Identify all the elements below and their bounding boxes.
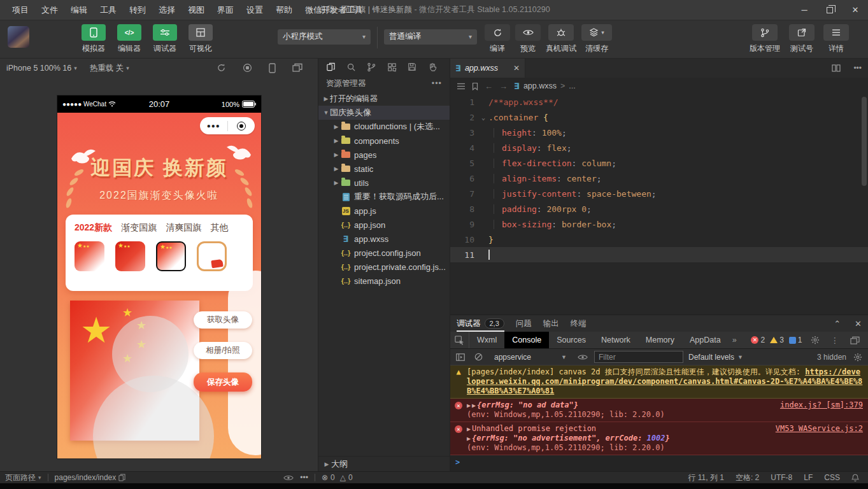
version-control-button[interactable]: 版本管理 [750,24,780,54]
page-path-select[interactable]: 页面路径▾ [5,472,41,483]
tab-terminal[interactable]: 终端 [571,315,587,332]
tree-file-appwxss[interactable]: ∃app.wxss [318,232,450,246]
tree-file-readme[interactable]: 重要！获取源码成功后... [318,190,450,204]
editor-scrollbar[interactable] [862,97,867,186]
problems-indicator[interactable]: ⊗0△0 [322,473,353,482]
git-branch-icon[interactable] [363,60,380,74]
expand-icon[interactable]: ▶ [472,402,476,409]
flag-style-thumb-1[interactable]: ★★★ [75,241,104,271]
tree-file-appjs[interactable]: JSapp.js [318,204,450,218]
menu-interface[interactable]: 界面 [211,2,239,18]
details-button[interactable]: 详情 [823,24,849,54]
back-arrow-icon[interactable]: ← [485,82,493,91]
encoding-setting[interactable]: UTF-8 [771,473,792,482]
editor-more-icon[interactable]: ••• [847,59,868,78]
tree-folder-pages[interactable]: ▶pages [318,148,450,162]
menu-edit[interactable]: 编辑 [65,2,93,18]
hot-reload-toggle[interactable]: 热重载 关▾ [90,63,129,74]
forward-arrow-icon[interactable]: → [499,82,508,91]
more-icon[interactable]: ●●● [200,122,227,129]
console-prompt[interactable]: > [450,455,868,469]
avatar-preview[interactable]: ★ ★ ★ ★ ★ [70,301,199,441]
menu-project[interactable]: 项目 [6,2,34,18]
expand-icon[interactable]: ▶ [467,425,471,432]
tab-sources[interactable]: Sources [549,332,594,348]
error-count-badge[interactable]: ✕2 [751,336,765,344]
cursor-position[interactable]: 行 11, 列 1 [688,472,723,483]
console-filter-input[interactable] [594,351,683,363]
phone-simulator[interactable]: ●●●●● WeChat 20:07 100% ●●● [57,96,261,458]
expand-icon[interactable]: ▶ [467,402,471,409]
path-more-icon[interactable]: ••• [300,473,308,482]
devtools-settings-icon[interactable] [808,336,823,344]
error-source-link[interactable]: index.js? [sm]:379 [780,400,863,420]
close-panel-icon[interactable]: ✕ [855,319,862,329]
more-tabs-icon[interactable]: » [729,336,741,344]
menu-wechat-devtools[interactable]: 微信开发者工具 [299,2,369,18]
fold-icon[interactable]: ⌄ [478,114,488,121]
breadcrumb[interactable]: ∃ app.wxss > ... [514,82,576,91]
collapse-panel-icon[interactable]: ⌃ [834,319,841,329]
tab-wxml[interactable]: Wxml [469,332,504,348]
save-icon[interactable] [404,60,420,74]
flag-style-thumb-2[interactable]: ★★★ [115,241,145,271]
bookmark-icon[interactable] [472,82,478,90]
tab-2022-new[interactable]: 2022新款 [75,222,112,234]
log-levels-select[interactable]: Default levels▼ [688,353,743,362]
clear-console-icon[interactable] [472,353,485,361]
tab-app-wxss[interactable]: ∃ app.wxss ✕ [450,59,525,78]
close-tab-icon[interactable]: ✕ [513,64,520,73]
more-actions-icon[interactable]: ••• [432,79,442,88]
visualizer-toggle-button[interactable]: 可视化 [186,24,215,54]
tab-memory[interactable]: Memory [638,332,682,348]
close-target-icon[interactable] [228,122,255,131]
notifications-bell-icon[interactable] [851,474,859,482]
tree-file-appjson[interactable]: {..}app.json [318,218,450,232]
devtools-menu-icon[interactable]: ⋮ [828,336,843,345]
outline-list-icon[interactable] [457,83,466,90]
preview-button[interactable]: 预览 [515,24,541,54]
tab-fresh-flag[interactable]: 清爽国旗 [166,222,201,234]
tab-network[interactable]: Network [594,332,638,348]
save-avatar-button[interactable]: 保存头像 [194,372,252,392]
tree-folder-static[interactable]: ▶static [318,162,450,176]
console-settings-icon[interactable] [851,353,864,362]
device-select[interactable]: iPhone 5 100% 16▾ [6,64,77,73]
rotate-icon[interactable] [217,63,226,73]
menu-goto[interactable]: 转到 [124,2,152,18]
flag-style-thumb-3-selected[interactable]: ★★★ [156,241,186,271]
code-area[interactable]: 1/**app.wxss**/ 2⌄.container { 3height: … [450,94,868,315]
restore-button[interactable] [817,0,843,20]
menu-help[interactable]: 帮助 [270,2,298,18]
minimize-button[interactable]: ─ [792,0,817,20]
get-avatar-button[interactable]: 获取头像 [194,311,252,329]
simulator-toggle-button[interactable]: 模拟器 [79,24,108,54]
tab-appdata[interactable]: AppData [682,332,729,348]
menu-file[interactable]: 文件 [36,2,64,18]
copy-icon[interactable] [118,474,125,481]
tree-folder-cloudfunctions[interactable]: ▶cloudfunctions | (未选... [318,120,450,134]
tab-gradient-flag[interactable]: 渐变国旗 [121,222,157,234]
capsule-menu[interactable]: ●●● [200,117,255,134]
tab-problems[interactable]: 问题 [516,315,532,332]
console-context-select[interactable]: appservice▼ [490,351,571,364]
menu-tools[interactable]: 工具 [94,2,122,18]
tab-debugger[interactable]: 调试器2,3 [457,315,504,332]
outline-section[interactable]: ▶大纲 [318,456,450,471]
compile-button[interactable]: 编译 [485,24,510,54]
menu-view[interactable]: 视图 [182,2,210,18]
phone-frame-icon[interactable] [269,63,276,73]
console-eye-icon[interactable] [576,353,589,361]
info-count-badge[interactable]: 1 [789,336,802,344]
language-mode[interactable]: CSS [824,473,840,482]
tree-folder-utils[interactable]: ▶utils [318,176,450,190]
tab-other[interactable]: 其他 [210,222,228,234]
expand-icon[interactable]: ▶ [467,435,471,442]
clear-cache-button[interactable]: ▾ 清缓存 [581,24,612,54]
test-account-button[interactable]: 测试号 [789,24,815,54]
album-camera-button[interactable]: 相册/拍照 [194,342,252,359]
debugger-toggle-button[interactable]: 调试器 [150,24,180,54]
search-icon[interactable] [343,60,359,74]
mode-select[interactable]: 小程序模式▾ [278,29,371,45]
tab-output[interactable]: 输出 [543,315,559,332]
